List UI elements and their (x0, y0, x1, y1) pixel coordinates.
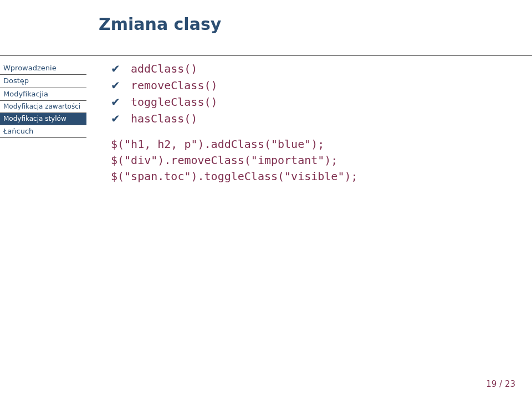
nav-item-lancuch[interactable]: Łańcuch (0, 125, 86, 138)
bullet-item: ✔ hasClass() (111, 112, 510, 125)
title-rule (0, 55, 532, 56)
nav-item-modyfikacja-zawartosci[interactable]: Modyfikacja zawartości (0, 101, 86, 113)
bullet-text: addClass() (131, 62, 197, 75)
nav-item-modyfikacjia[interactable]: Modyfikacjia (0, 88, 86, 101)
check-icon: ✔ (111, 95, 131, 109)
code-line: $("div").removeClass("important"); (111, 154, 337, 167)
code-line: $("span.toc").toggleClass("visible"); (111, 170, 358, 183)
nav-item-wprowadzenie[interactable]: Wprowadzenie (0, 62, 86, 75)
code-block: $("h1, h2, p").addClass("blue"); $("div"… (111, 136, 510, 185)
nav-item-dostep[interactable]: Dostęp (0, 75, 86, 88)
code-line: $("h1, h2, p").addClass("blue"); (111, 137, 324, 151)
check-icon: ✔ (111, 79, 131, 92)
nav-item-modyfikacja-stylow[interactable]: Modyfikacja stylów (0, 113, 86, 125)
bullet-text: removeClass() (131, 79, 218, 92)
bullet-item: ✔ toggleClass() (111, 95, 510, 109)
slide-title: Zmiana clasy (99, 14, 221, 34)
page-counter: 19 / 23 (486, 379, 515, 389)
bullet-text: toggleClass() (131, 95, 218, 109)
sidebar-nav: Wprowadzenie Dostęp Modyfikacjia Modyfik… (0, 62, 93, 138)
check-icon: ✔ (111, 62, 131, 75)
bullet-item: ✔ removeClass() (111, 79, 510, 92)
bullet-text: hasClass() (131, 112, 197, 125)
bullet-item: ✔ addClass() (111, 62, 510, 75)
check-icon: ✔ (111, 112, 131, 125)
slide: Zmiana clasy Wprowadzenie Dostęp Modyfik… (0, 0, 532, 399)
slide-content: ✔ addClass() ✔ removeClass() ✔ toggleCla… (111, 62, 510, 185)
